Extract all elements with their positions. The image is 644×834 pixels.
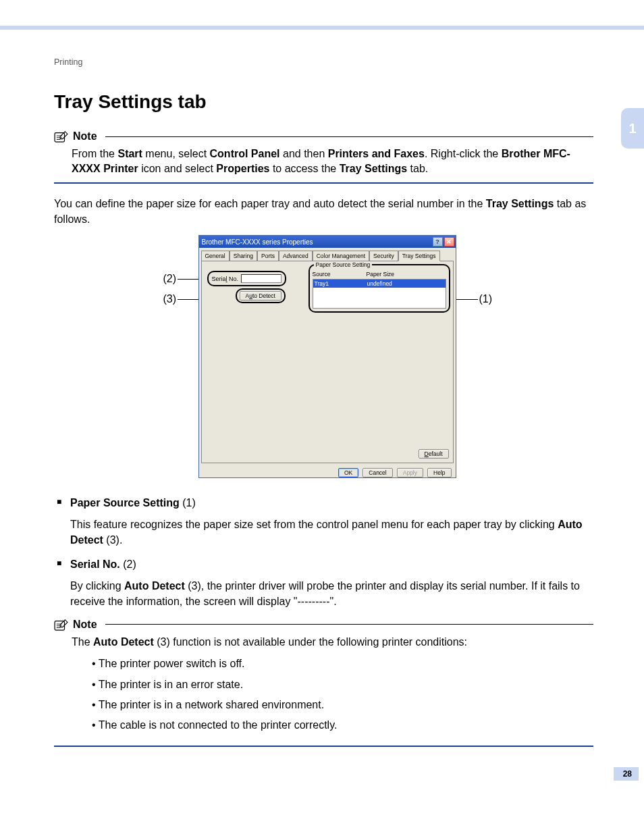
header-source: Source: [313, 271, 367, 278]
note-body-2: The Auto Detect (3) function is not avai…: [54, 635, 593, 736]
page-title: Tray Settings tab: [54, 91, 593, 113]
paper-source-list[interactable]: Tray1 undefined: [313, 279, 446, 309]
note-block-1: Note From the Start menu, select Control…: [54, 130, 593, 184]
group-title: Paper Source Setting: [314, 261, 373, 268]
t: Start: [117, 148, 142, 159]
list-item: The printer is in a network shared envir…: [92, 695, 593, 715]
close-icon[interactable]: ✕: [444, 237, 454, 246]
t: Control Panel: [210, 148, 280, 159]
item-body: By clicking Auto Detect (3), the printer…: [70, 578, 593, 609]
t: (3).: [103, 534, 122, 546]
t: . Right-click the: [425, 148, 502, 159]
svg-rect-4: [55, 621, 64, 631]
auto-detect-wrap: Auto Detect: [236, 288, 286, 303]
tab-advanced[interactable]: Advanced: [279, 251, 313, 261]
auto-detect-button[interactable]: Auto Detect: [240, 291, 281, 301]
t: Auto Detect: [124, 580, 185, 592]
note-icon: [54, 130, 69, 142]
note-icon: [54, 619, 69, 631]
cancel-button[interactable]: Cancel: [363, 468, 392, 477]
feature-list: Paper Source Setting (1) This feature re…: [54, 495, 593, 609]
ok-button[interactable]: OK: [338, 468, 358, 477]
t: Printers and Faxes: [328, 148, 425, 159]
dialog-tabs: General Sharing Ports Advanced Color Man…: [199, 248, 456, 261]
help-icon[interactable]: ?: [433, 237, 443, 246]
note-block-2: Note The Auto Detect (3) function is not…: [54, 619, 593, 747]
intro-paragraph: You can define the paper size for each p…: [54, 196, 593, 227]
t: You can define the paper size for each p…: [54, 198, 486, 209]
note-label: Note: [73, 130, 97, 142]
tab-color-management[interactable]: Color Management: [313, 251, 369, 261]
callout-1: (1): [456, 293, 493, 305]
serial-no-input[interactable]: [241, 274, 281, 283]
item-body: This feature recognizes the paper size s…: [70, 517, 593, 548]
apply-button[interactable]: Apply: [397, 468, 423, 477]
paper-headers: Source Paper Size: [313, 271, 446, 278]
t: and then: [280, 148, 328, 159]
page-content: Printing Tray Settings tab Note From the…: [0, 0, 644, 800]
header-paper-size: Paper Size: [367, 271, 395, 278]
dialog-body: Serial No. Auto Detect Paper Source Sett…: [201, 261, 454, 463]
list-item: Paper Source Setting (1) This feature re…: [54, 495, 593, 548]
t: menu, select: [142, 148, 210, 159]
page-number: 28: [614, 767, 639, 781]
list-item: The cable is not connected to the printe…: [92, 715, 593, 735]
tab-ports[interactable]: Ports: [257, 251, 279, 261]
callout-label: (2): [163, 273, 177, 285]
help-button[interactable]: Help: [427, 468, 451, 477]
note-rule: [105, 624, 593, 625]
t: From the: [72, 148, 117, 159]
note-rule: [105, 136, 593, 137]
tab-general[interactable]: General: [201, 251, 230, 261]
t: icon and select: [138, 163, 217, 174]
note-bullet-list: The printer power switch is off. The pri…: [72, 654, 593, 736]
t: (3) function is not available under the …: [154, 636, 467, 648]
default-wrap: Default: [419, 449, 449, 459]
dialog-title-text: Brother MFC-XXXX series Properties: [202, 238, 313, 246]
dialog-action-buttons: OK Cancel Apply Help: [199, 465, 456, 480]
t: (1): [180, 497, 196, 509]
serial-no-field: Serial No.: [207, 271, 287, 286]
breadcrumb: Printing: [54, 57, 593, 67]
tab-tray-settings[interactable]: Tray Settings: [398, 251, 440, 261]
t: The: [72, 636, 93, 648]
t: By clicking: [70, 580, 124, 592]
default-button[interactable]: Default: [419, 449, 449, 459]
note-label: Note: [73, 619, 97, 631]
t: Tray Settings: [486, 198, 554, 209]
dialog-titlebar: Brother MFC-XXXX series Properties ? ✕: [199, 236, 456, 248]
paper-source-setting-group: Paper Source Setting Source Paper Size T…: [308, 264, 450, 313]
t: Auto Detect: [93, 636, 154, 648]
t: Serial No.: [70, 558, 120, 570]
note-body-1: From the Start menu, select Control Pane…: [54, 147, 593, 177]
cell-source: Tray1: [315, 280, 367, 287]
callout-2: (2): [163, 273, 200, 285]
callout-label: (3): [163, 293, 177, 305]
t: tab.: [407, 163, 428, 174]
serial-no-label: Serial No.: [212, 276, 239, 282]
t: (2): [120, 558, 136, 570]
list-item: Serial No. (2) By clicking Auto Detect (…: [54, 556, 593, 609]
list-item[interactable]: Tray1 undefined: [313, 280, 446, 288]
list-item: The printer power switch is off.: [92, 654, 593, 674]
t: Properties: [216, 163, 269, 174]
list-item: The printer is in an error state.: [92, 675, 593, 695]
t: Tray Settings: [340, 163, 407, 174]
t: This feature recognizes the paper size s…: [70, 519, 558, 530]
properties-dialog: Brother MFC-XXXX series Properties ? ✕ G…: [198, 235, 456, 478]
tab-sharing[interactable]: Sharing: [230, 251, 257, 261]
cell-size: undefined: [367, 280, 392, 287]
dialog-figure: (2) (3) (1) Brother MFC-XXXX series Prop…: [115, 235, 533, 481]
tab-security[interactable]: Security: [369, 251, 398, 261]
t: Paper Source Setting: [70, 497, 180, 509]
callout-label: (1): [479, 293, 493, 305]
t: to access the: [269, 163, 339, 174]
